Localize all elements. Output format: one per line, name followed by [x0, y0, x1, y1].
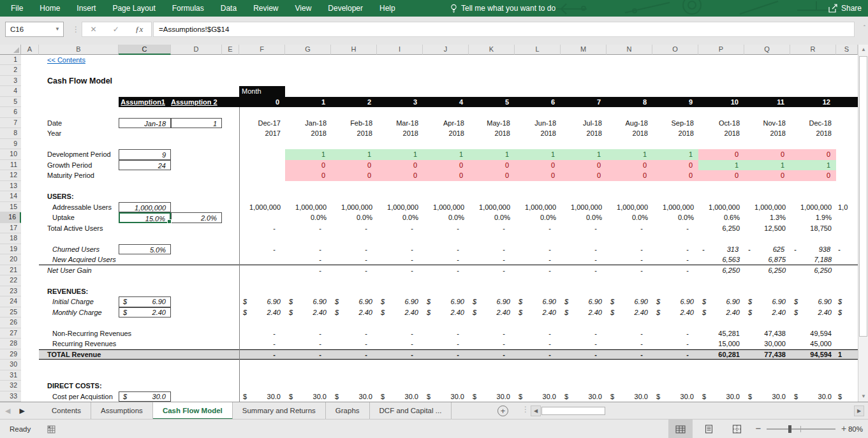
horizontal-scroll-thumb[interactable]	[541, 407, 605, 415]
cell-H11[interactable]: 0	[331, 160, 377, 170]
cell-B14[interactable]: USERS:	[39, 191, 119, 201]
sheet-grid[interactable]: << ContentsCash Flow ModelMonthAssumptio…	[21, 55, 858, 402]
cell-H5[interactable]: 2	[331, 97, 377, 107]
cell-K20[interactable]: -	[469, 254, 515, 265]
sheet-tab-contents[interactable]: Contents	[42, 402, 91, 420]
cell-C25[interactable]: $2.40	[119, 307, 171, 318]
cell-Q33[interactable]: $30.0	[744, 391, 790, 402]
cell-Q12[interactable]: 0	[744, 170, 790, 180]
sheet-tab-graphs[interactable]: Graphs	[326, 402, 370, 420]
cell-G7[interactable]: Jan-18	[285, 118, 331, 128]
cell-I10[interactable]: 1	[377, 149, 423, 159]
row-header-21[interactable]: 21	[0, 265, 21, 275]
column-header-R[interactable]: R	[790, 45, 836, 55]
cell-G28[interactable]: -	[285, 339, 331, 349]
cell-S33[interactable]: $	[836, 391, 858, 402]
cell-P11[interactable]: 1	[698, 160, 744, 170]
cell-M17[interactable]: -	[561, 223, 607, 233]
cell-N19[interactable]: -	[607, 244, 652, 254]
cell-C7[interactable]: Jan-18	[119, 118, 171, 128]
cell-D5[interactable]: Assumption 2	[171, 97, 222, 107]
cell-S29[interactable]: 1	[836, 349, 858, 360]
cell-B20[interactable]: New Acquired Users	[39, 254, 119, 265]
cell-N33[interactable]: $30.0	[607, 391, 652, 402]
menu-formulas[interactable]: Formulas	[164, 0, 212, 17]
cell-M12[interactable]: 0	[561, 170, 607, 180]
cell-J19[interactable]: -	[423, 244, 469, 254]
cell-R20[interactable]: 7,188	[790, 254, 836, 265]
row-header-4[interactable]: 4	[0, 86, 21, 96]
row-header-26[interactable]: 26	[0, 318, 21, 328]
cell-K12[interactable]: 0	[469, 170, 515, 180]
row-header-18[interactable]: 18	[0, 233, 21, 244]
cell-Q15[interactable]: 1,000,000	[744, 202, 790, 212]
cell-B16[interactable]: Uptake	[39, 212, 119, 223]
formula-input[interactable]: =Assumptions!$G$14	[153, 22, 855, 37]
cell-P7[interactable]: Oct-18	[698, 118, 744, 128]
sheet-tab-cash-flow-model[interactable]: Cash Flow Model	[153, 402, 233, 420]
cell-H20[interactable]: -	[331, 254, 377, 265]
cell-K15[interactable]: 1,000,000	[469, 202, 515, 212]
cell-F5[interactable]: 0	[239, 97, 285, 107]
cell-N25[interactable]: $2.40	[607, 307, 652, 318]
scroll-up-icon[interactable]: ▲	[858, 45, 868, 55]
cell-I16[interactable]: 0.0%	[377, 212, 423, 223]
cell-H15[interactable]: 1,000,000	[331, 202, 377, 212]
cell-H21[interactable]: -	[331, 265, 377, 275]
cell-I8[interactable]: 2018	[377, 128, 423, 138]
cell-Q5[interactable]: 11	[744, 97, 790, 107]
column-header-Q[interactable]: Q	[744, 45, 790, 55]
cell-J25[interactable]: $2.40	[423, 307, 469, 318]
normal-view-button[interactable]	[668, 420, 693, 438]
cell-F28[interactable]: -	[239, 339, 285, 349]
cell-Q16[interactable]: 1.3%	[744, 212, 790, 223]
cell-I15[interactable]: 1,000,000	[377, 202, 423, 212]
cell-R7[interactable]: Dec-18	[790, 118, 836, 128]
zoom-level[interactable]: 80%	[848, 420, 863, 438]
cell-L27[interactable]: -	[515, 328, 561, 339]
zoom-slider-track[interactable]	[767, 428, 835, 430]
row-header-5[interactable]: 5	[0, 97, 21, 107]
cell-F25[interactable]: $2.40	[239, 307, 285, 318]
cell-P33[interactable]: $30.0	[698, 391, 744, 402]
row-header-19[interactable]: 19	[0, 244, 21, 254]
cell-G29[interactable]: -	[285, 349, 331, 360]
row-header-24[interactable]: 24	[0, 296, 21, 307]
menu-data[interactable]: Data	[212, 0, 245, 17]
zoom-out-button[interactable]: −	[753, 420, 764, 437]
cell-M10[interactable]: 1	[561, 149, 607, 159]
cell-B21[interactable]: Net User Gain	[39, 265, 119, 275]
cell-M24[interactable]: $6.90	[561, 296, 607, 307]
cell-F33[interactable]: $30.0	[239, 391, 285, 402]
cell-J28[interactable]: -	[423, 339, 469, 349]
cell-L11[interactable]: 0	[515, 160, 561, 170]
cell-Q10[interactable]: 0	[744, 149, 790, 159]
cell-G11[interactable]: 0	[285, 160, 331, 170]
enter-icon[interactable]: ✓	[113, 25, 119, 34]
cell-K7[interactable]: May-18	[469, 118, 515, 128]
cell-G16[interactable]: 0.0%	[285, 212, 331, 223]
cell-Q25[interactable]: $2.40	[744, 307, 790, 318]
page-break-view-button[interactable]	[725, 420, 749, 438]
cell-N27[interactable]: -	[607, 328, 652, 339]
row-header-8[interactable]: 8	[0, 128, 21, 138]
cell-I24[interactable]: $6.90	[377, 296, 423, 307]
cell-Q20[interactable]: 6,875	[744, 254, 790, 265]
cell-J24[interactable]: $6.90	[423, 296, 469, 307]
cell-L7[interactable]: Jun-18	[515, 118, 561, 128]
cell-Q21[interactable]: 6,250	[744, 265, 790, 275]
cell-O20[interactable]: -	[652, 254, 698, 265]
cell-C16[interactable]: 15.0%	[119, 212, 171, 223]
cell-K17[interactable]: -	[469, 223, 515, 233]
cell-J11[interactable]: 0	[423, 160, 469, 170]
row-header-17[interactable]: 17	[0, 223, 21, 233]
cell-H16[interactable]: 0.0%	[331, 212, 377, 223]
row-header-11[interactable]: 11	[0, 160, 21, 170]
cell-B29[interactable]: TOTAL Revenue	[39, 349, 119, 360]
scroll-down-icon[interactable]: ▼	[858, 391, 868, 402]
cell-I5[interactable]: 3	[377, 97, 423, 107]
menu-help[interactable]: Help	[371, 0, 404, 17]
cell-B7[interactable]: Date	[39, 118, 119, 128]
cell-L21[interactable]: -	[515, 265, 561, 275]
cell-B27[interactable]: Non-Recurring Revenues	[39, 328, 119, 339]
